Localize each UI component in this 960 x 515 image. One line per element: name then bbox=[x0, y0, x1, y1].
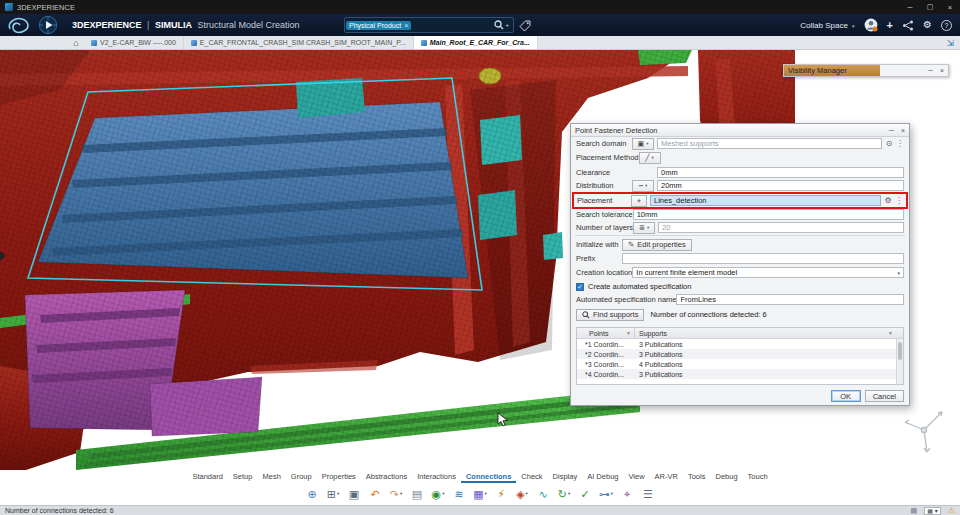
chevron-down-icon[interactable]: ▾ bbox=[442, 492, 444, 497]
number-of-layers-field[interactable]: 20 bbox=[658, 222, 904, 233]
search-domain-field[interactable]: Meshed supports bbox=[657, 138, 882, 149]
spot-weld-icon[interactable]: ◈▾ bbox=[514, 485, 531, 503]
chevron-down-icon[interactable]: ▾ bbox=[400, 492, 402, 497]
window-minimize-button[interactable]: ─ bbox=[900, 0, 920, 14]
ribbon-tab-abstractions[interactable]: Abstractions bbox=[361, 471, 412, 483]
chevron-down-icon[interactable]: ▾ bbox=[568, 492, 570, 497]
find-supports-button[interactable]: Find supports bbox=[576, 309, 644, 321]
viewpoint-select[interactable]: ▦ ▾ bbox=[924, 507, 941, 515]
home-button[interactable]: ⌂ bbox=[68, 36, 84, 49]
ribbon-tab-debug[interactable]: Debug bbox=[710, 471, 742, 483]
edit-properties-button[interactable]: ✎ Edit properties bbox=[622, 239, 692, 251]
placement-settings-gear-icon[interactable]: ⚙ bbox=[883, 196, 893, 205]
column-header-supports[interactable]: Supports ▼ bbox=[635, 328, 903, 338]
check-connections-icon[interactable]: ✓ bbox=[577, 485, 594, 503]
collab-space-menu[interactable]: Collab Space ▾ bbox=[800, 21, 854, 30]
more-options-icon[interactable]: ⋮ bbox=[896, 139, 904, 148]
warning-icon[interactable]: ⚠ bbox=[948, 507, 955, 515]
table-row[interactable]: *4 Coordin...3 Publications bbox=[577, 369, 903, 379]
placement-field[interactable]: Lines_detection bbox=[650, 195, 881, 206]
link-icon[interactable]: ⊶▾ bbox=[598, 485, 615, 503]
visibility-manager-minimize-icon[interactable]: ─ bbox=[928, 67, 933, 74]
placement-method-button[interactable]: ╱ ▾ bbox=[639, 152, 661, 164]
search-input[interactable] bbox=[411, 22, 491, 29]
surface-fastener-icon[interactable]: ▦▾ bbox=[472, 485, 489, 503]
touch-mode-icon[interactable]: ☰ bbox=[640, 485, 657, 503]
share-icon[interactable] bbox=[902, 20, 914, 31]
window-icon[interactable]: ▣ bbox=[346, 485, 363, 503]
creation-location-select[interactable]: In current finite element model ▾ bbox=[632, 267, 904, 278]
ribbon-tab-view[interactable]: View bbox=[623, 471, 649, 483]
results-scrollbar[interactable] bbox=[896, 339, 903, 384]
ribbon-tab-group[interactable]: Group bbox=[286, 471, 317, 483]
expand-workspace-icon[interactable]: ⇲ bbox=[946, 38, 954, 48]
settings-gear-icon[interactable]: ⚙ bbox=[923, 20, 932, 30]
panel-expander-icon[interactable] bbox=[0, 251, 6, 261]
search-bar[interactable]: Physical Product × + bbox=[344, 17, 514, 33]
axis-triad-icon[interactable] bbox=[898, 402, 950, 457]
ribbon-tab-interactions[interactable]: Interactions bbox=[412, 471, 461, 483]
table-row[interactable]: *3 Coordin...4 Publications bbox=[577, 359, 903, 369]
more-options-icon[interactable]: ⋮ bbox=[895, 196, 903, 205]
user-avatar[interactable] bbox=[864, 18, 878, 32]
chevron-down-icon[interactable]: ▾ bbox=[611, 492, 613, 497]
filter-funnel-icon[interactable]: ▼ bbox=[888, 330, 893, 336]
redo-icon[interactable]: ↷▾ bbox=[388, 485, 405, 503]
search-domain-type-button[interactable]: ▣ ▾ bbox=[632, 138, 654, 150]
ribbon-tab-connections[interactable]: Connections bbox=[461, 471, 516, 483]
table-row[interactable]: *1 Coordin...3 Publications bbox=[577, 339, 903, 349]
measure-icon[interactable]: ⌖ bbox=[619, 485, 636, 503]
search-tolerance-field[interactable]: 10mm bbox=[633, 209, 904, 220]
ribbon-tab-ai-debug[interactable]: AI Debug bbox=[582, 471, 623, 483]
layers-type-button[interactable]: ≣ ▾ bbox=[633, 222, 655, 234]
play-compass-icon[interactable] bbox=[38, 15, 58, 35]
clearance-field[interactable]: 0mm bbox=[657, 167, 904, 178]
document-tab[interactable]: V2_E-CAR_BiW ----.000 bbox=[84, 36, 184, 49]
chevron-down-icon[interactable]: ▾ bbox=[485, 492, 487, 497]
clipboard-icon[interactable]: ▤ bbox=[409, 485, 426, 503]
visibility-manager-panel[interactable]: Visibility Manager ─ × bbox=[783, 64, 949, 77]
cancel-button[interactable]: Cancel bbox=[865, 390, 904, 402]
point-fastener-icon[interactable]: ◉▾ bbox=[430, 485, 447, 503]
line-fastener-icon[interactable]: ≋ bbox=[451, 485, 468, 503]
create-spec-checkbox[interactable]: ✓ bbox=[576, 283, 584, 291]
chevron-down-icon[interactable]: ▾ bbox=[337, 492, 339, 497]
filter-funnel-icon[interactable]: ▼ bbox=[626, 330, 631, 336]
placement-pick-button[interactable]: ⌖ bbox=[631, 195, 647, 207]
bolt-icon[interactable]: ⚡ bbox=[493, 485, 510, 503]
dialog-close-icon[interactable]: × bbox=[901, 127, 905, 134]
chevron-down-icon[interactable]: ▾ bbox=[526, 492, 528, 497]
tag-icon[interactable] bbox=[519, 20, 531, 32]
ribbon-tab-check[interactable]: Check bbox=[516, 471, 547, 483]
help-icon[interactable]: ? bbox=[941, 20, 952, 31]
target-icon[interactable]: ⊙ bbox=[884, 139, 894, 148]
ribbon-tab-touch[interactable]: Touch bbox=[743, 471, 773, 483]
ribbon-tab-setup[interactable]: Setup bbox=[228, 471, 258, 483]
visibility-manager-close-icon[interactable]: × bbox=[940, 67, 944, 74]
prefix-field[interactable] bbox=[622, 253, 904, 264]
search-icon[interactable]: + bbox=[491, 20, 512, 30]
ribbon-tab-standard[interactable]: Standard bbox=[187, 471, 227, 483]
render-mode-icon[interactable]: ▤ bbox=[911, 507, 918, 515]
search-context-chip[interactable]: Physical Product × bbox=[346, 21, 411, 30]
window-close-button[interactable]: × bbox=[940, 0, 960, 14]
ribbon-tab-mesh[interactable]: Mesh bbox=[257, 471, 285, 483]
distribution-field[interactable]: 20mm bbox=[657, 180, 904, 191]
zoom-in-icon[interactable]: ⊕ bbox=[304, 485, 321, 503]
chip-remove-icon[interactable]: × bbox=[404, 22, 408, 29]
dialog-titlebar[interactable]: Point Fastener Detection ─ × bbox=[571, 124, 909, 137]
spec-name-field[interactable]: FromLines bbox=[676, 294, 904, 305]
ribbon-tab-display[interactable]: Display bbox=[548, 471, 583, 483]
document-tab[interactable]: E_CAR_FRONTAL_CRASH_SIM CRASH_SIM_ROOT_M… bbox=[184, 36, 414, 49]
ok-button[interactable]: OK bbox=[831, 390, 861, 402]
table-row[interactable]: *2 Coordin...3 Publications bbox=[577, 349, 903, 359]
ribbon-tab-tools[interactable]: Tools bbox=[683, 471, 711, 483]
seam-weld-icon[interactable]: ∿ bbox=[535, 485, 552, 503]
document-tab[interactable]: Main_Root_E_CAR_For_Cra... bbox=[414, 36, 538, 49]
add-content-icon[interactable]: + bbox=[887, 20, 893, 31]
dialog-minimize-icon[interactable]: ─ bbox=[889, 127, 894, 134]
undo-icon[interactable]: ↶ bbox=[367, 485, 384, 503]
window-maximize-button[interactable]: ▢ bbox=[920, 0, 940, 14]
viewport-layout-icon[interactable]: ⊞▾ bbox=[325, 485, 342, 503]
update-icon[interactable]: ↻▾ bbox=[556, 485, 573, 503]
